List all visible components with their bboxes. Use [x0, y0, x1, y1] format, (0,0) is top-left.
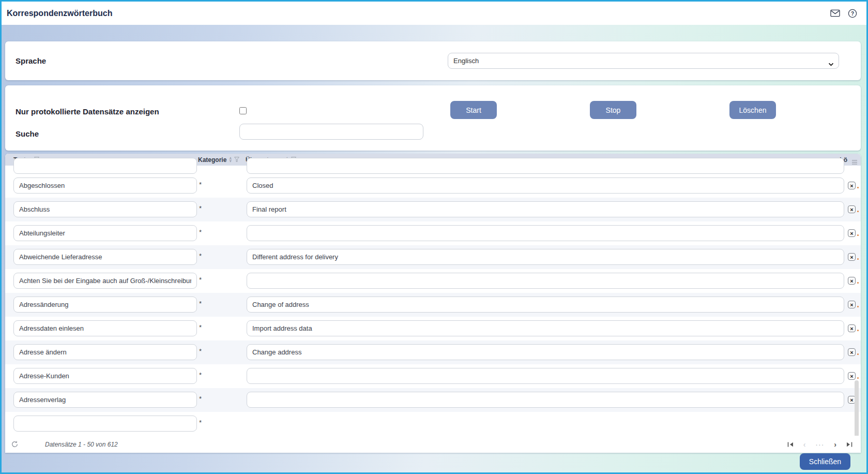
start-button[interactable]: Start	[450, 101, 497, 119]
row-category: *	[199, 395, 202, 403]
row-category: *	[199, 181, 202, 188]
row-text-input[interactable]	[13, 201, 197, 217]
svg-text:?: ?	[851, 10, 854, 16]
row-category: *	[199, 252, 202, 260]
row-delete-button[interactable]: ×	[848, 253, 856, 261]
table-rows: * × * × * × * × * × * × * ×	[5, 174, 861, 412]
language-select[interactable]: Englisch	[448, 53, 839, 69]
row-delete-button[interactable]: ×	[848, 324, 856, 332]
stop-button[interactable]: Stop	[590, 101, 636, 119]
row-text-input[interactable]	[13, 392, 197, 408]
table-row-new: *	[5, 412, 861, 436]
row-text-input[interactable]	[13, 177, 197, 194]
page-title: Korrespondenzwörterbuch	[7, 9, 112, 18]
previous-page-icon[interactable]: ‹	[803, 441, 806, 448]
protocol-checkbox[interactable]	[239, 107, 247, 114]
delete-marker-dot	[857, 187, 859, 188]
next-page-icon[interactable]: ›	[834, 441, 836, 448]
table-row: * ×	[5, 317, 861, 340]
title-bar: Korrespondenzwörterbuch ?	[2, 2, 866, 25]
row-text-input[interactable]	[13, 368, 197, 384]
delete-marker-dot	[857, 330, 859, 331]
language-label: Sprache	[16, 56, 46, 65]
search-label: Suche	[16, 129, 39, 138]
delete-marker-dot	[857, 353, 859, 355]
row-delete-button[interactable]: ×	[848, 205, 856, 213]
row-translation-input[interactable]	[247, 249, 844, 265]
filter-section: Nur protokollierte Datensätze anzeigen S…	[5, 85, 861, 151]
more-pages-icon[interactable]: ···	[815, 441, 824, 448]
records-count: Datensätze 1 - 50 von 612	[45, 441, 118, 448]
last-page-icon[interactable]	[846, 442, 852, 447]
refresh-icon[interactable]	[11, 441, 18, 448]
mail-icon[interactable]	[830, 9, 840, 17]
delete-marker-dot	[857, 258, 859, 260]
row-translation-input[interactable]	[247, 201, 844, 217]
table-row: * ×	[5, 245, 861, 269]
row-category: *	[199, 204, 202, 212]
row-text-input[interactable]	[13, 249, 197, 265]
row-delete-button[interactable]: ×	[848, 277, 856, 285]
vertical-scrollbar-thumb[interactable]	[855, 380, 859, 437]
row-translation-input[interactable]	[247, 166, 844, 174]
row-delete-button[interactable]: ×	[848, 229, 856, 237]
delete-marker-dot	[857, 211, 859, 212]
table-row: * ×	[5, 221, 861, 245]
table-row: * ×	[5, 340, 861, 364]
row-text-input[interactable]	[13, 166, 197, 174]
table-row: * ×	[5, 269, 861, 293]
row-category: *	[199, 323, 202, 331]
filter-icon[interactable]	[234, 156, 239, 164]
search-input[interactable]	[239, 124, 423, 140]
row-text-input[interactable]	[13, 344, 197, 360]
delete-marker-dot	[857, 282, 859, 284]
new-row-category: *	[199, 419, 202, 426]
row-delete-button[interactable]: ×	[848, 348, 856, 356]
row-translation-input[interactable]	[247, 344, 844, 360]
pagination: ‹ ··· ›	[787, 441, 852, 448]
help-icon[interactable]: ?	[848, 9, 857, 18]
row-text-input[interactable]	[13, 320, 197, 336]
delete-marker-dot	[857, 234, 859, 236]
delete-marker-dot	[857, 306, 859, 307]
column-header-kategorie[interactable]: Kategorie ∧∨	[198, 154, 239, 166]
row-text-input[interactable]	[13, 297, 197, 313]
language-section: Sprache Englisch	[5, 41, 861, 80]
row-translation-input[interactable]	[247, 225, 844, 241]
korrespondenzwoerterbuch-window: Korrespondenzwörterbuch ? Sprache Englis…	[0, 0, 868, 474]
row-category: *	[199, 300, 202, 307]
first-page-icon[interactable]	[787, 442, 794, 447]
table-row: * ×	[5, 293, 861, 317]
row-translation-input[interactable]	[247, 368, 844, 384]
protocol-label: Nur protokollierte Datensätze anzeigen	[16, 107, 159, 116]
row-delete-button[interactable]: ×	[848, 182, 856, 189]
table-row: * ×	[5, 388, 861, 412]
table-row: * ×	[5, 364, 861, 388]
row-translation-input[interactable]	[247, 273, 844, 289]
sort-icon: ∧∨	[229, 157, 232, 162]
dictionary-table: Text ∧ Kategorie ∧∨ Übersetzung ∧∨	[5, 154, 861, 453]
row-category: *	[199, 347, 202, 355]
row-delete-button[interactable]: ×	[848, 372, 856, 380]
table-footer: Datensätze 1 - 50 von 612 ‹ ··· ›	[5, 436, 861, 453]
row-category: *	[199, 371, 202, 379]
row-category: *	[199, 276, 202, 284]
delete-marker-dot	[857, 377, 859, 379]
row-category: *	[199, 228, 202, 236]
row-translation-input[interactable]	[247, 177, 844, 194]
row-text-input[interactable]	[13, 273, 197, 289]
close-button[interactable]: Schließen	[800, 453, 850, 470]
table-body: * × * × * × * × * × * × * ×	[5, 166, 861, 436]
row-translation-input[interactable]	[247, 297, 844, 313]
table-row-partial	[5, 166, 861, 174]
row-text-input[interactable]	[13, 225, 197, 241]
row-delete-button[interactable]: ×	[848, 301, 856, 308]
delete-button[interactable]: Löschen	[729, 101, 776, 119]
new-row-text-input[interactable]	[13, 416, 197, 432]
table-row: * ×	[5, 174, 861, 198]
row-translation-input[interactable]	[247, 320, 844, 336]
table-row: * ×	[5, 198, 861, 221]
row-translation-input[interactable]	[247, 392, 844, 408]
